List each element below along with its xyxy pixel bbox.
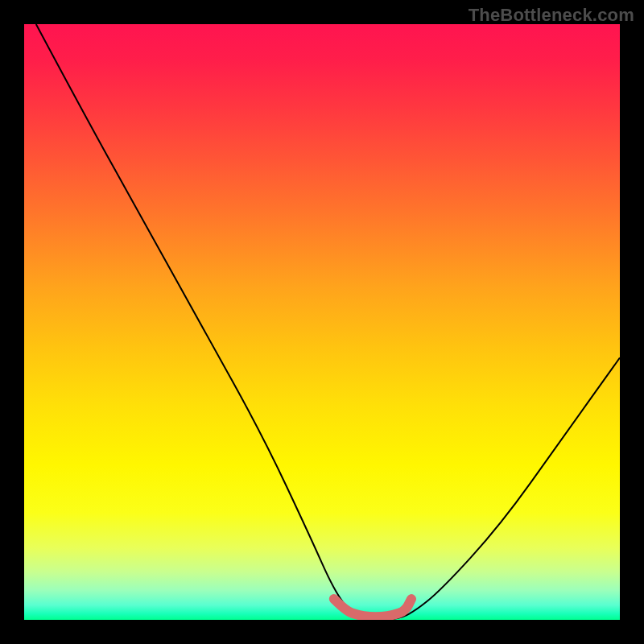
chart-svg — [24, 24, 620, 620]
plot-area — [24, 24, 620, 620]
chart-frame: TheBottleneck.com — [0, 0, 644, 644]
watermark-text: TheBottleneck.com — [469, 5, 634, 26]
bottleneck-curve-path — [36, 24, 620, 620]
optimal-range-marker-path — [334, 599, 411, 617]
